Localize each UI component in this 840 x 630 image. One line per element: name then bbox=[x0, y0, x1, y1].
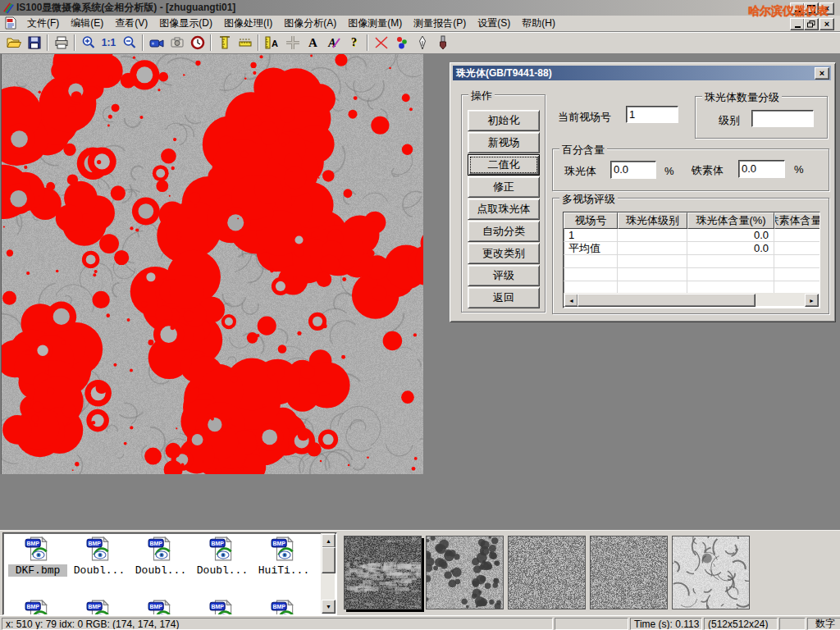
auto-classify-button[interactable]: 自动分类 bbox=[468, 221, 540, 242]
line-measure-button[interactable] bbox=[235, 34, 255, 52]
one-to-one-icon: 1:1 bbox=[102, 37, 116, 48]
file-item[interactable]: BMP bbox=[70, 599, 129, 615]
operation-group: 操作 初始化 新视场 二值化 修正 点取珠光体 自动分类 更改类别 评级 返回 bbox=[461, 94, 546, 313]
save-button[interactable] bbox=[24, 34, 44, 52]
menu-help[interactable]: 帮助(H) bbox=[516, 15, 561, 32]
col-pearlite-grade[interactable]: 珠光体级别 bbox=[618, 212, 687, 229]
micrograph-image[interactable] bbox=[1, 54, 423, 474]
menu-image-process[interactable]: 图像处理(I) bbox=[218, 15, 278, 32]
menu-file[interactable]: 文件(F) bbox=[21, 15, 65, 32]
bmp-file-icon: BMP bbox=[86, 536, 112, 562]
text-style-button[interactable]: A bbox=[323, 34, 344, 52]
grade-input[interactable] bbox=[751, 110, 814, 127]
file-item[interactable]: BMPDKF.bmp bbox=[8, 536, 67, 577]
dialog-close-button[interactable]: × bbox=[815, 67, 829, 80]
svg-text:BMP: BMP bbox=[26, 604, 39, 609]
change-class-button[interactable]: 更改类别 bbox=[468, 243, 540, 264]
file-item[interactable]: BMPDoubl... bbox=[70, 536, 129, 577]
init-button[interactable]: 初始化 bbox=[468, 110, 540, 131]
rating-table-header: 视场号 珠光体级别 珠光体含量(%) 铁素体含量(%) bbox=[564, 212, 819, 229]
svg-text:BMP: BMP bbox=[26, 541, 39, 546]
menu-view[interactable]: 查看(V) bbox=[109, 15, 153, 32]
zoom-out-button[interactable] bbox=[119, 34, 139, 52]
thumbnail-image[interactable] bbox=[590, 536, 668, 609]
title-bar: IS100显微摄像系统(金相分析版) - [zhuguangti01] bbox=[0, 0, 840, 16]
text-button[interactable]: A bbox=[303, 34, 323, 52]
return-button[interactable]: 返回 bbox=[468, 287, 540, 308]
timer-button[interactable] bbox=[187, 34, 208, 52]
caliper-measure-button[interactable] bbox=[214, 34, 235, 52]
pearlite-dialog: 珠光体(GB/T9441-88) × 操作 初始化 新视场 二值化 修正 点取珠… bbox=[450, 62, 836, 322]
file-item[interactable]: BMPHuiTi... bbox=[254, 536, 313, 577]
table-row[interactable]: 平均值 0.0 bbox=[564, 242, 819, 255]
child-minimize-button[interactable] bbox=[790, 18, 805, 30]
bmp-file-icon: BMP bbox=[148, 599, 174, 615]
snapshot-button[interactable] bbox=[167, 34, 187, 52]
pearlite-percent-input[interactable]: 0.0 bbox=[610, 161, 656, 179]
new-field-button[interactable]: 新视场 bbox=[468, 132, 540, 153]
menu-measure-report[interactable]: 测量报告(P) bbox=[408, 15, 472, 32]
status-time: Time (s): 0.113 bbox=[630, 618, 702, 630]
toolbar-separator bbox=[142, 34, 144, 51]
file-item[interactable]: BMPDoubl... bbox=[193, 536, 252, 577]
zoom-out-icon bbox=[121, 34, 138, 51]
rating-table: 视场号 珠光体级别 珠光体含量(%) 铁素体含量(%) 1 0.0 平均值 0.… bbox=[563, 212, 820, 308]
col-ferrite-content[interactable]: 铁素体含量(%) bbox=[774, 212, 820, 229]
menu-edit[interactable]: 编辑(E) bbox=[65, 15, 109, 32]
arrow-right-icon: ► bbox=[809, 298, 815, 304]
print-button[interactable] bbox=[51, 34, 71, 52]
ferrite-percent-input[interactable]: 0.0 bbox=[738, 160, 785, 178]
thumbnail-image[interactable] bbox=[508, 536, 586, 609]
phase-color-button[interactable] bbox=[391, 34, 412, 52]
file-item[interactable]: BMP bbox=[193, 599, 252, 615]
curve-tool-icon bbox=[373, 34, 390, 51]
child-restore-button[interactable] bbox=[804, 18, 819, 30]
scroll-right-button[interactable]: ► bbox=[805, 294, 819, 307]
brush-tool-button[interactable] bbox=[432, 34, 453, 52]
status-empty-1 bbox=[555, 618, 628, 630]
video-capture-button[interactable] bbox=[146, 34, 167, 52]
toolbar-separator bbox=[47, 34, 48, 51]
grade-group-label: 珠光体数量分级 bbox=[702, 90, 782, 105]
col-field-no[interactable]: 视场号 bbox=[564, 212, 618, 229]
zoom-in-button[interactable] bbox=[78, 34, 98, 52]
menu-image-analysis[interactable]: 图像分析(A) bbox=[278, 15, 342, 32]
grade-button[interactable]: 评级 bbox=[468, 265, 540, 286]
thumbnail-image[interactable] bbox=[672, 536, 750, 609]
file-list-vscrollbar[interactable]: ▲ ▼ bbox=[321, 533, 335, 613]
thumbnail-image[interactable] bbox=[344, 536, 422, 609]
scroll-left-button[interactable]: ◄ bbox=[564, 294, 578, 307]
col-pearlite-content[interactable]: 珠光体含量(%) bbox=[687, 212, 774, 229]
current-field-input[interactable]: 1 bbox=[626, 106, 678, 123]
binarize-button[interactable]: 二值化 bbox=[468, 154, 540, 176]
open-button[interactable] bbox=[3, 34, 24, 52]
file-item[interactable]: BMP bbox=[8, 599, 67, 615]
file-item[interactable]: BMPDoubl... bbox=[131, 536, 190, 577]
menu-image-measure[interactable]: 图像测量(M) bbox=[342, 15, 408, 32]
table-hscrollbar[interactable]: ◄ ► bbox=[564, 293, 818, 306]
move-button[interactable] bbox=[282, 34, 303, 52]
menu-settings[interactable]: 设置(S) bbox=[472, 15, 516, 32]
status-position: x: 510 y: 79 idx: 0 RGB: (174, 174, 174) bbox=[2, 618, 553, 630]
correct-button[interactable]: 修正 bbox=[468, 176, 540, 198]
multi-field-group: 多视场评级 视场号 珠光体级别 珠光体含量(%) 铁素体含量(%) 1 0.0 … bbox=[552, 198, 829, 314]
file-item[interactable]: BMP bbox=[131, 599, 190, 615]
file-item[interactable]: BMP bbox=[254, 599, 313, 615]
scroll-down-button[interactable]: ▼ bbox=[322, 600, 336, 614]
help-button[interactable]: ? bbox=[344, 34, 364, 52]
dialog-title-bar[interactable]: 珠光体(GB/T9441-88) bbox=[453, 66, 831, 80]
pick-pearlite-button[interactable]: 点取珠光体 bbox=[468, 199, 540, 220]
thumbnail-image[interactable] bbox=[426, 536, 504, 609]
hscroll-thumb[interactable] bbox=[578, 294, 756, 307]
pen-tool-button[interactable] bbox=[412, 34, 432, 52]
actual-size-button[interactable]: 1:1 bbox=[98, 34, 119, 52]
menu-image-display[interactable]: 图像显示(D) bbox=[153, 15, 218, 32]
vscroll-thumb[interactable] bbox=[322, 547, 336, 573]
open-icon bbox=[6, 34, 22, 51]
calibrate-button[interactable]: A bbox=[262, 34, 282, 52]
scroll-up-button[interactable]: ▲ bbox=[322, 534, 336, 548]
curve-tool-button[interactable] bbox=[371, 34, 391, 52]
child-close-button[interactable]: × bbox=[819, 18, 834, 30]
table-row[interactable]: 1 0.0 bbox=[564, 229, 819, 242]
pearlite-percent-unit: % bbox=[664, 165, 674, 177]
